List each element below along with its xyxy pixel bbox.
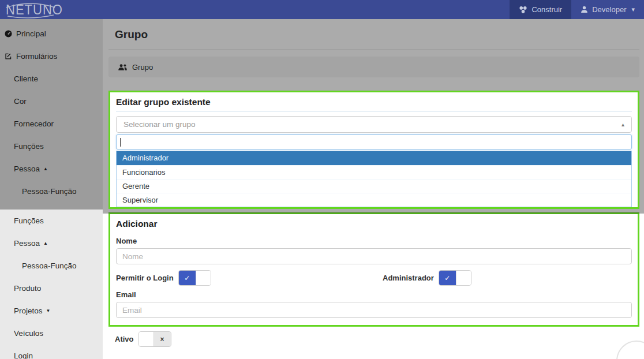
main-content: Grupo Grupo Editar grupo existente Selec…	[103, 19, 644, 359]
permitir-login-label: Permitir o Login	[116, 274, 174, 282]
developer-menu-button[interactable]: Developer ▾	[571, 0, 644, 19]
toggle-handle	[196, 271, 211, 285]
sidebar-item-produto[interactable]: Produto	[0, 277, 103, 300]
nome-label: Nome	[116, 237, 632, 245]
breadcrumb[interactable]: Grupo	[108, 57, 639, 77]
app-logo-text: NETUNO	[6, 1, 63, 17]
users-icon	[118, 63, 128, 71]
email-input[interactable]	[116, 302, 632, 318]
permitir-login-group: Permitir o Login ✓	[116, 270, 211, 286]
construir-icon	[519, 6, 527, 14]
email-label: Email	[116, 290, 632, 299]
sidebar-item-login[interactable]: Login	[0, 345, 103, 359]
sidebar-menu-bottom: Funções Pessoa ▲ Pessoa-Função Produto P…	[0, 210, 103, 359]
group-select-placeholder: Selecionar um grupo	[123, 120, 196, 129]
sidebar-item-projetos[interactable]: Projetos ▼	[0, 300, 103, 322]
caret-up-icon: ▲	[43, 232, 48, 255]
user-icon	[581, 6, 588, 13]
caret-down-icon: ▾	[631, 6, 635, 13]
sidebar-item-funcoes-2[interactable]: Funções	[0, 210, 103, 232]
navbar-right: Construir Developer ▾	[510, 0, 644, 19]
add-group-section[interactable]: Adicionar Nome Permitir o Login ✓ Admini…	[108, 212, 639, 327]
ativo-toggle[interactable]: ×	[138, 331, 171, 347]
sidebar-item-pessoa-funcao-2[interactable]: Pessoa-Função	[0, 255, 103, 277]
check-icon: ✓	[439, 271, 456, 285]
administrador-group: Administrador ✓	[383, 270, 471, 286]
toggle-handle	[139, 332, 154, 346]
developer-label: Developer	[592, 5, 626, 14]
construir-button[interactable]: Construir	[510, 0, 571, 19]
dashboard-icon	[5, 30, 12, 38]
sidebar-item-cliente[interactable]: Cliente	[0, 68, 103, 90]
permitir-login-toggle[interactable]: ✓	[178, 270, 211, 286]
page-title: Grupo	[115, 28, 639, 41]
sidebar-item-cor[interactable]: Cor	[0, 90, 103, 113]
sidebar-item-formularios[interactable]: Formulários	[0, 45, 103, 68]
group-search-box[interactable]	[116, 134, 632, 149]
option-supervisor[interactable]: Supervisor	[117, 193, 631, 207]
option-gerente[interactable]: Gerente	[117, 179, 631, 193]
administrador-toggle[interactable]: ✓	[439, 270, 471, 286]
toggle-handle	[456, 271, 471, 285]
group-options-list: Administrador Funcionarios Gerente Super…	[116, 151, 632, 207]
caret-down-icon: ▼	[46, 300, 51, 322]
breadcrumb-label: Grupo	[132, 63, 153, 72]
sidebar-item-pessoa-funcao[interactable]: Pessoa-Função	[0, 180, 103, 203]
check-icon: ✓	[179, 271, 196, 285]
caret-up-icon: ▲	[43, 158, 48, 180]
sidebar-item-label: Formulários	[16, 45, 57, 68]
navbar: NETUNO Construir Developer ▾	[0, 0, 644, 19]
x-icon: ×	[154, 332, 171, 346]
sidebar-item-funcoes[interactable]: Funções	[0, 135, 103, 158]
option-funcionarios[interactable]: Funcionarios	[117, 165, 631, 179]
sidebar-menu-top: Principal Formulários Cliente Cor Fornec…	[0, 19, 103, 203]
sidebar-item-pessoa[interactable]: Pessoa ▲	[0, 158, 103, 180]
sidebar-item-pessoa-2[interactable]: Pessoa ▲	[0, 232, 103, 255]
construir-label: Construir	[531, 5, 562, 14]
sidebar-item-principal[interactable]: Principal	[0, 23, 103, 45]
ativo-label: Ativo	[115, 335, 134, 343]
sidebar: Principal Formulários Cliente Cor Fornec…	[0, 19, 103, 359]
nome-input[interactable]	[116, 248, 632, 264]
edit-group-section[interactable]: Editar grupo existente Selecionar um gru…	[108, 91, 639, 209]
sidebar-item-label: Principal	[16, 23, 46, 45]
title-divider	[108, 49, 639, 50]
sidebar-item-fornecedor[interactable]: Fornecedor	[0, 113, 103, 135]
select-caret-icon: ▴	[621, 121, 624, 128]
group-select[interactable]: Selecionar um grupo ▴	[116, 116, 632, 133]
ativo-row: Ativo ×	[115, 331, 644, 347]
app-logo[interactable]: NETUNO	[6, 0, 63, 19]
group-search-input[interactable]	[121, 135, 631, 149]
add-section-title: Adicionar	[116, 217, 632, 233]
option-administrador[interactable]: Administrador	[117, 151, 631, 165]
sidebar-item-veiculos[interactable]: Veículos	[0, 322, 103, 345]
edit-icon	[5, 53, 12, 60]
edit-section-title: Editar grupo existente	[116, 95, 632, 112]
toggles-row: Permitir o Login ✓ Administrador ✓	[116, 270, 632, 286]
administrador-label: Administrador	[383, 274, 434, 282]
